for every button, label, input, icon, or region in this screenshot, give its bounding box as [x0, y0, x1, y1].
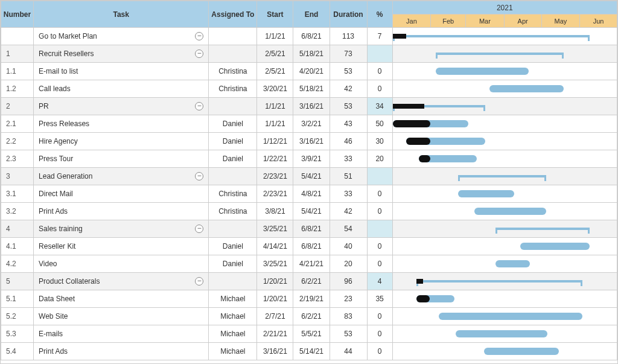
cell-percent: 0	[367, 238, 392, 255]
cell-gantt[interactable]	[392, 273, 617, 290]
cell-task[interactable]: Press Tour	[34, 150, 209, 168]
cell-task[interactable]: Sales training−	[34, 220, 209, 238]
cell-gantt[interactable]	[392, 150, 617, 168]
header-duration[interactable]: Duration	[330, 1, 367, 28]
cell-task[interactable]: Recruit Resellers−	[34, 45, 209, 63]
cell-task[interactable]: Lead Generation−	[34, 168, 209, 185]
collapse-icon[interactable]: −	[195, 32, 203, 40]
table-row[interactable]: 4.2VideoDaniel3/25/214/21/21200	[1, 255, 617, 273]
header-assigned[interactable]: Assigned To	[209, 1, 257, 28]
table-row[interactable]: Go to Market Plan−1/1/216/8/211137	[1, 28, 617, 45]
summary-bar[interactable]	[393, 105, 486, 107]
table-row[interactable]: 1.1E-mail to listChristina2/5/214/20/215…	[1, 63, 617, 80]
cell-gantt[interactable]	[392, 220, 617, 238]
cell-gantt[interactable]	[392, 168, 617, 185]
collapse-icon[interactable]: −	[195, 225, 203, 233]
table-row[interactable]: 1.2Call leadsChristina3/20/215/18/21420	[1, 80, 617, 98]
table-row[interactable]: 4.1Reseller KitDaniel4/14/216/8/21400	[1, 238, 617, 255]
table-row[interactable]: 4Sales training−3/25/216/8/2154	[1, 220, 617, 238]
cell-gantt[interactable]	[392, 63, 617, 80]
cell-task[interactable]: Call leads	[34, 80, 209, 98]
cell-percent: 0	[367, 63, 392, 80]
cell-task[interactable]: E-mail to list	[34, 63, 209, 80]
table-row[interactable]: 5Product Collaterals−1/20/216/2/21964	[1, 273, 617, 290]
cell-gantt[interactable]	[392, 308, 617, 325]
header-end[interactable]: End	[293, 1, 330, 28]
task-bar[interactable]	[495, 260, 530, 267]
summary-bar[interactable]	[495, 228, 590, 230]
header-percent[interactable]: %	[367, 1, 392, 28]
cell-gantt[interactable]	[392, 290, 617, 308]
table-row[interactable]: 5.3E-mailsMichael2/21/215/5/21530	[1, 325, 617, 343]
cell-task[interactable]: Go to Market Plan−	[34, 28, 209, 45]
cell-end: 2/19/21	[293, 290, 330, 308]
cell-task[interactable]: Direct Mail	[34, 185, 209, 203]
cell-gantt[interactable]	[392, 133, 617, 150]
table-row[interactable]: 2.3Press TourDaniel1/22/213/9/213320	[1, 150, 617, 168]
table-row[interactable]: 2.2Hire AgencyDaniel1/12/213/16/214630	[1, 133, 617, 150]
task-bar[interactable]	[416, 295, 455, 302]
cell-task[interactable]: Hire Agency	[34, 133, 209, 150]
task-label: Print Ads	[39, 347, 68, 356]
task-bar[interactable]	[458, 190, 514, 197]
task-bar[interactable]	[439, 313, 582, 320]
task-bar[interactable]	[436, 68, 529, 75]
cell-gantt[interactable]	[392, 255, 617, 273]
cell-task[interactable]: Product Collaterals−	[34, 273, 209, 290]
cell-gantt[interactable]	[392, 185, 617, 203]
cell-task[interactable]: Press Releases	[34, 115, 209, 133]
cell-gantt[interactable]	[392, 325, 617, 343]
task-label: E-mails	[39, 330, 63, 338]
table-row[interactable]: 2.1Press ReleasesDaniel1/1/213/2/214350	[1, 115, 617, 133]
summary-bar[interactable]	[393, 35, 590, 37]
task-bar[interactable]	[474, 208, 546, 215]
cell-gantt[interactable]	[392, 115, 617, 133]
header-task[interactable]: Task	[34, 1, 209, 28]
table-row[interactable]: 3.2Print AdsChristina3/8/215/4/21420	[1, 203, 617, 220]
summary-bar[interactable]	[458, 175, 546, 177]
cell-gantt[interactable]	[392, 203, 617, 220]
cell-duration: 83	[330, 308, 367, 325]
cell-start: 1/1/21	[257, 115, 293, 133]
header-start[interactable]: Start	[257, 1, 293, 28]
cell-gantt[interactable]	[392, 80, 617, 98]
table-row[interactable]: 3.1Direct MailChristina2/23/214/8/21330	[1, 185, 617, 203]
summary-bar[interactable]	[436, 53, 563, 55]
task-bar[interactable]	[520, 243, 590, 250]
header-number[interactable]: Number	[1, 1, 34, 28]
table-row[interactable]: 5.2Web SiteMichael2/7/216/2/21830	[1, 308, 617, 325]
cell-gantt[interactable]	[392, 28, 617, 45]
collapse-icon[interactable]: −	[195, 277, 203, 286]
cell-gantt[interactable]	[392, 238, 617, 255]
cell-task[interactable]: Reseller Kit	[34, 238, 209, 255]
cell-task[interactable]: Web Site	[34, 308, 209, 325]
month-header-jun: Jun	[579, 14, 617, 27]
cell-task[interactable]: E-mails	[34, 325, 209, 343]
cell-start: 4/14/21	[257, 238, 293, 255]
cell-gantt[interactable]	[392, 343, 617, 360]
table-row[interactable]: 2PR−1/1/213/16/215334	[1, 98, 617, 115]
task-bar[interactable]	[406, 138, 485, 145]
task-bar[interactable]	[419, 155, 477, 162]
task-bar[interactable]	[456, 330, 547, 337]
task-bar[interactable]	[393, 120, 468, 127]
table-row[interactable]: 5.4Print AdsMichael3/16/215/14/21440	[1, 343, 617, 360]
cell-assigned: Christina	[209, 80, 257, 98]
task-bar[interactable]	[489, 85, 564, 92]
cell-percent: 0	[367, 80, 392, 98]
cell-task[interactable]: PR−	[34, 98, 209, 115]
table-row[interactable]: 5.1Data SheetMichael1/20/212/19/212335	[1, 290, 617, 308]
cell-task[interactable]: Data Sheet	[34, 290, 209, 308]
table-row[interactable]: 1Recruit Resellers−2/5/215/18/2173	[1, 45, 617, 63]
task-bar[interactable]	[484, 348, 558, 355]
summary-bar[interactable]	[416, 280, 582, 283]
cell-task[interactable]: Print Ads	[34, 203, 209, 220]
cell-task[interactable]: Print Ads	[34, 343, 209, 360]
cell-gantt[interactable]	[392, 45, 617, 63]
collapse-icon[interactable]: −	[195, 102, 203, 110]
cell-gantt[interactable]	[392, 98, 617, 115]
collapse-icon[interactable]: −	[195, 49, 203, 58]
table-row[interactable]: 3Lead Generation−2/23/215/4/2151	[1, 168, 617, 185]
cell-task[interactable]: Video	[34, 255, 209, 273]
collapse-icon[interactable]: −	[195, 172, 203, 180]
